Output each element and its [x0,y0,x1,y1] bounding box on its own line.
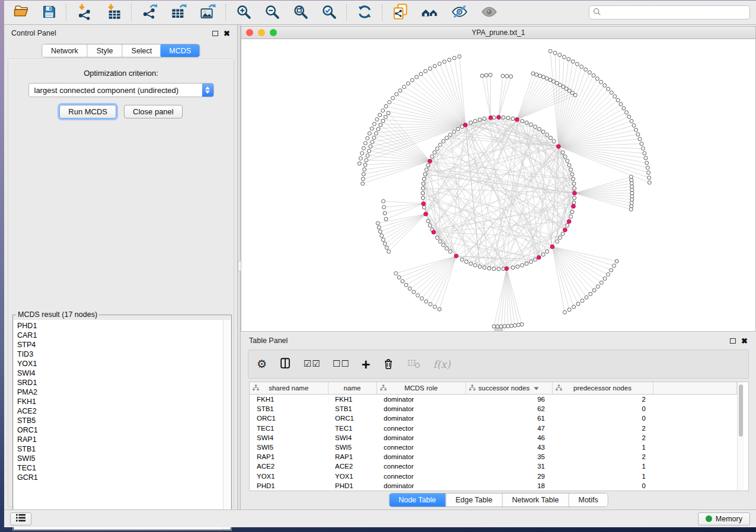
cell-name[interactable]: SWI5 [328,443,377,452]
close-mcds-panel-button[interactable]: Close panel [124,105,183,118]
import-table-button[interactable] [101,2,126,23]
select-all-button[interactable]: ☑☑ [304,360,321,368]
cell-mcds_role[interactable]: dominator [377,395,465,405]
table-settings-button[interactable]: ⚙ [257,358,267,370]
export-network-button[interactable] [138,2,162,23]
cell-name[interactable]: YOX1 [328,472,377,481]
column-view-button[interactable] [279,357,292,371]
tab-network[interactable]: Network [42,44,87,57]
mcds-result-item[interactable]: TEC1 [17,463,223,473]
mcds-result-item[interactable]: SWI5 [17,454,223,463]
horizontal-splitter-grip[interactable] [495,328,503,332]
cell-predecessor_nodes[interactable]: 0 [552,404,653,414]
tab-motifs[interactable]: Motifs [568,493,607,507]
cell-predecessor_nodes[interactable]: 0 [552,414,653,423]
zoom-out-button[interactable] [260,2,284,23]
zoom-fit-button[interactable] [289,2,312,23]
table-row[interactable]: ACE2ACE2connector311 [250,462,737,471]
column-header-predecessor-nodes[interactable]: predecessor nodes [552,382,653,395]
cell-successor_nodes[interactable]: 18 [465,481,552,491]
cell-predecessor_nodes[interactable]: 1 [552,443,653,452]
network-canvas[interactable] [241,39,755,331]
cell-name[interactable]: STB1 [328,404,377,414]
float-panel-button[interactable] [212,31,218,36]
deselect-all-button[interactable]: ☐☐ [333,360,350,368]
delete-column-button[interactable] [382,357,395,371]
memory-button[interactable]: Memory [698,512,750,525]
cell-shared_name[interactable]: SWI5 [250,443,328,452]
clone-network-button[interactable] [388,2,413,23]
cell-predecessor_nodes[interactable]: 1 [552,472,653,481]
table-row[interactable]: SWI4SWI4dominator462 [250,433,737,443]
hide-selected-button[interactable] [447,2,472,24]
cell-predecessor_nodes[interactable]: 2 [552,424,653,433]
refresh-button[interactable] [353,2,377,23]
tab-network-table[interactable]: Network Table [502,493,569,507]
cell-successor_nodes[interactable]: 46 [465,433,552,443]
cell-mcds_role[interactable]: connector [377,472,465,481]
cell-shared_name[interactable]: FKH1 [250,395,328,405]
export-table-button[interactable] [167,2,191,23]
delete-table-button[interactable] [407,357,421,371]
mcds-result-item[interactable]: GCR1 [17,473,223,482]
mcds-result-item[interactable]: YOX1 [17,359,223,368]
add-column-button[interactable]: + [362,358,371,370]
run-mcds-button[interactable]: Run MCDS [59,105,116,118]
mcds-result-item[interactable]: ORC1 [17,425,223,435]
tab-select[interactable]: Select [122,44,161,57]
cell-mcds_role[interactable]: dominator [377,404,465,414]
cell-shared_name[interactable]: YOX1 [250,472,328,481]
mcds-result-item[interactable]: PMA2 [17,387,223,397]
table-row[interactable]: RAP1RAP1dominator352 [250,452,737,462]
show-panels-button[interactable] [10,512,31,525]
table-row[interactable]: FKH1FKH1dominator962 [250,395,737,405]
zoom-in-button[interactable] [232,2,256,23]
table-scrollbar-thumb[interactable] [739,384,743,437]
cell-shared_name[interactable]: RAP1 [250,452,328,462]
table-row[interactable]: YOX1YOX1connector291 [250,472,737,481]
cell-predecessor_nodes[interactable]: 2 [552,395,653,405]
cell-predecessor_nodes[interactable]: 0 [552,481,653,491]
close-table-panel-button[interactable]: ✖ [741,337,748,345]
table-row[interactable]: PHD1PHD1dominator180 [250,481,737,491]
cell-mcds_role[interactable]: dominator [377,452,465,462]
function-builder-button[interactable]: f(x) [433,358,450,370]
cell-successor_nodes[interactable]: 96 [465,395,552,405]
column-header-successor-nodes[interactable]: successor nodes [465,382,552,395]
table-scrollbar[interactable] [737,382,744,491]
cell-shared_name[interactable]: TEC1 [250,424,328,433]
column-header-shared-name[interactable]: shared name [250,382,328,395]
mcds-result-item[interactable]: FKH1 [17,397,223,406]
table-row[interactable]: TEC1TEC1connector472 [250,424,737,433]
optimization-criterion-select[interactable]: largest connected component (undirected) [28,83,214,97]
first-neighbors-button[interactable] [417,2,442,24]
table-row[interactable]: SWI5SWI5connector431 [250,443,737,452]
cell-successor_nodes[interactable]: 31 [465,462,552,471]
close-window-light[interactable] [246,29,253,36]
cell-successor_nodes[interactable]: 61 [465,414,552,423]
export-image-button[interactable] [196,2,220,23]
cell-mcds_role[interactable]: connector [377,424,465,433]
cell-mcds_role[interactable]: dominator [377,433,465,443]
cell-successor_nodes[interactable]: 29 [465,472,552,481]
cell-name[interactable]: ACE2 [328,462,377,471]
mcds-result-item[interactable]: CAR1 [17,331,223,340]
cell-successor_nodes[interactable]: 43 [465,443,552,452]
mcds-result-item[interactable]: ACE2 [17,406,223,416]
search-input[interactable] [604,8,746,17]
table-row[interactable]: ORC1ORC1dominator610 [250,414,737,423]
cell-shared_name[interactable]: PHD1 [250,481,328,491]
close-panel-button[interactable]: ✖ [224,30,230,37]
cell-successor_nodes[interactable]: 47 [465,424,552,433]
cell-shared_name[interactable]: STB1 [250,404,328,414]
table-row[interactable]: STB1STB1dominator620 [250,404,737,414]
mcds-result-item[interactable]: STP4 [17,340,223,350]
mcds-result-item[interactable]: SRD1 [17,378,223,387]
cell-name[interactable]: PHD1 [328,481,377,491]
cell-name[interactable]: ORC1 [328,414,377,423]
column-header-name[interactable]: name [328,382,377,395]
import-network-button[interactable] [72,2,97,23]
mcds-result-item[interactable]: PHD1 [17,321,223,331]
column-header-MCDS-role[interactable]: MCDS role [377,382,465,395]
cell-name[interactable]: SWI4 [328,433,377,443]
